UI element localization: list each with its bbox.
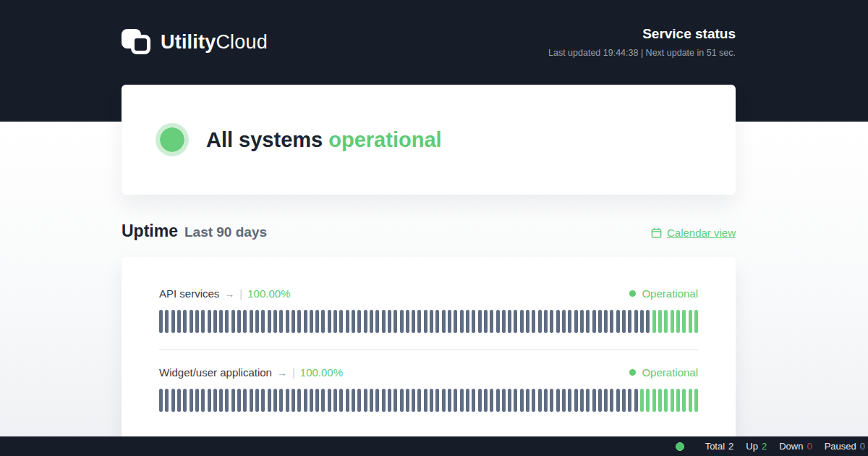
uptime-bar[interactable] [610, 310, 613, 333]
uptime-bar[interactable] [279, 310, 283, 333]
uptime-bar[interactable] [237, 389, 241, 412]
uptime-bar[interactable] [664, 389, 668, 412]
uptime-bar[interactable] [250, 310, 253, 333]
uptime-bar[interactable] [201, 310, 205, 333]
uptime-bar[interactable] [484, 310, 488, 333]
service-name[interactable]: Widget/user application [159, 366, 272, 379]
uptime-bar[interactable] [442, 310, 446, 333]
uptime-bar[interactable] [333, 389, 337, 412]
uptime-bar[interactable] [652, 389, 656, 412]
uptime-bar[interactable] [646, 389, 650, 412]
uptime-bar[interactable] [388, 389, 391, 412]
uptime-bar[interactable] [472, 389, 475, 412]
uptime-bar[interactable] [208, 389, 211, 412]
calendar-view-link[interactable]: Calendar view [651, 227, 736, 239]
uptime-bar[interactable] [315, 389, 319, 412]
uptime-bar[interactable] [159, 389, 163, 412]
uptime-bar[interactable] [406, 310, 409, 333]
uptime-bar[interactable] [622, 389, 626, 412]
uptime-bar[interactable] [448, 310, 451, 333]
uptime-bar[interactable] [544, 310, 548, 333]
uptime-bar[interactable] [646, 310, 650, 333]
uptime-bar[interactable] [598, 310, 602, 333]
uptime-bar[interactable] [286, 389, 289, 412]
uptime-bar[interactable] [412, 310, 415, 333]
uptime-bar[interactable] [502, 389, 506, 412]
uptime-bar[interactable] [460, 389, 464, 412]
uptime-bar[interactable] [490, 310, 493, 333]
uptime-bar[interactable] [598, 389, 602, 412]
uptime-bar[interactable] [694, 389, 698, 412]
uptime-bar[interactable] [286, 310, 289, 333]
uptime-bar[interactable] [556, 310, 560, 333]
uptime-bar[interactable] [243, 389, 247, 412]
uptime-bar[interactable] [297, 310, 301, 333]
uptime-bar[interactable] [333, 310, 337, 333]
uptime-bar[interactable] [412, 389, 415, 412]
uptime-bar[interactable] [628, 389, 631, 412]
uptime-bar[interactable] [268, 389, 271, 412]
uptime-bar[interactable] [190, 310, 193, 333]
uptime-bar[interactable] [676, 389, 680, 412]
uptime-bar[interactable] [382, 310, 386, 333]
uptime-bar[interactable] [183, 310, 187, 333]
uptime-bar[interactable] [604, 389, 608, 412]
uptime-bar[interactable] [622, 310, 626, 333]
uptime-bar[interactable] [689, 389, 692, 412]
uptime-bar[interactable] [430, 310, 433, 333]
uptime-bar[interactable] [304, 310, 307, 333]
uptime-bar[interactable] [556, 389, 560, 412]
uptime-bar[interactable] [225, 389, 229, 412]
uptime-bar[interactable] [177, 389, 181, 412]
uptime-bar[interactable] [520, 389, 524, 412]
uptime-bar[interactable] [375, 310, 379, 333]
uptime-bar[interactable] [592, 389, 596, 412]
uptime-bar[interactable] [532, 389, 535, 412]
uptime-bar[interactable] [219, 310, 223, 333]
uptime-bar[interactable] [261, 389, 265, 412]
uptime-bar[interactable] [357, 389, 361, 412]
uptime-bar[interactable] [496, 389, 500, 412]
uptime-bar[interactable] [375, 389, 379, 412]
uptime-bar[interactable] [640, 389, 644, 412]
uptime-bar[interactable] [538, 389, 542, 412]
uptime-bar[interactable] [478, 310, 482, 333]
uptime-bar[interactable] [490, 389, 493, 412]
uptime-bar[interactable] [424, 310, 427, 333]
uptime-bar[interactable] [292, 310, 295, 333]
uptime-bar[interactable] [243, 310, 247, 333]
uptime-bar[interactable] [466, 389, 469, 412]
uptime-bar[interactable] [442, 389, 446, 412]
uptime-bar[interactable] [682, 389, 686, 412]
uptime-bar[interactable] [171, 389, 175, 412]
uptime-bar[interactable] [388, 310, 391, 333]
uptime-bar[interactable] [304, 389, 307, 412]
uptime-bar[interactable] [562, 389, 566, 412]
uptime-bar[interactable] [652, 310, 656, 333]
uptime-bar[interactable] [417, 389, 421, 412]
uptime-bar[interactable] [159, 310, 163, 333]
uptime-bar[interactable] [604, 310, 608, 333]
uptime-bar[interactable] [364, 310, 367, 333]
uptime-bar[interactable] [370, 310, 373, 333]
uptime-bar[interactable] [310, 310, 313, 333]
uptime-bar[interactable] [592, 310, 596, 333]
uptime-bar[interactable] [568, 310, 571, 333]
uptime-bar[interactable] [694, 310, 698, 333]
uptime-bar[interactable] [472, 310, 475, 333]
uptime-bar[interactable] [658, 389, 662, 412]
uptime-bar[interactable] [213, 310, 217, 333]
uptime-bar[interactable] [628, 310, 631, 333]
uptime-bar[interactable] [273, 310, 277, 333]
uptime-bar[interactable] [165, 310, 169, 333]
uptime-bar[interactable] [417, 310, 421, 333]
uptime-bar[interactable] [195, 389, 199, 412]
uptime-bar[interactable] [321, 310, 325, 333]
uptime-bar[interactable] [671, 389, 674, 412]
uptime-bar[interactable] [339, 389, 343, 412]
uptime-bar[interactable] [237, 310, 241, 333]
uptime-bar[interactable] [201, 389, 205, 412]
uptime-bar[interactable] [292, 389, 295, 412]
uptime-bar[interactable] [346, 310, 349, 333]
uptime-bar[interactable] [231, 310, 235, 333]
